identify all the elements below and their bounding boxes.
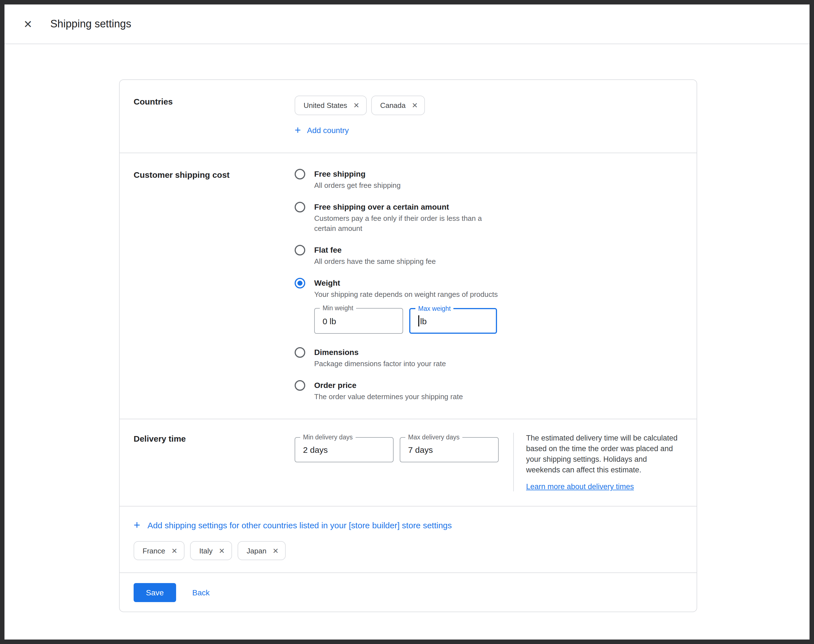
shipping-cost-section: Customer shipping cost Free shipping All… [120,153,697,419]
chip-label: Canada [380,101,406,110]
add-shipping-settings-button[interactable]: + Add shipping settings for other countr… [133,519,452,531]
remove-united-states-icon[interactable]: ✕ [353,101,359,110]
option-title: Free shipping [314,169,400,179]
chip-label: France [143,546,165,555]
radio-icon[interactable] [294,347,305,358]
delivery-time-section: Delivery time Min delivery days 2 days M… [120,419,697,506]
option-description: All orders have the same shipping fee [314,257,436,267]
option-title: Order price [314,380,463,391]
back-button[interactable]: Back [192,588,210,597]
radio-option-flat-fee[interactable]: Flat fee All orders have the same shippi… [294,245,683,267]
actions-bar: Save Back [120,573,697,612]
delivery-note-text: The estimated delivery time will be calc… [526,433,678,475]
radio-option-free-shipping-over-amount[interactable]: Free shipping over a certain amount Cust… [294,202,683,234]
option-description: Customers pay a fee only if their order … [314,213,492,234]
min-weight-field[interactable]: Min weight 0 lb [314,308,403,334]
option-description: The order value determines your shipping… [314,392,463,402]
remove-italy-icon[interactable]: ✕ [219,546,225,555]
country-chip-japan: Japan ✕ [238,541,286,560]
option-description: Package dimensions factor into your rate [314,359,446,369]
country-chip-italy: Italy ✕ [190,541,232,560]
max-delivery-days-value: 7 days [408,445,433,454]
remove-japan-icon[interactable]: ✕ [273,546,279,555]
max-weight-field-label: Max weight [415,305,454,313]
option-description: All orders get free shipping [314,181,400,191]
min-delivery-days-label: Min delivery days [300,434,356,441]
chip-label: Japan [247,546,267,555]
add-country-button[interactable]: + Add country [294,125,349,135]
plus-icon: + [294,125,301,135]
radio-icon[interactable] [294,380,305,391]
weight-fields-row: Min weight 0 lb Max weight lb [314,308,498,334]
remove-france-icon[interactable]: ✕ [171,546,178,555]
radio-option-order-price[interactable]: Order price The order value determines y… [294,380,683,402]
screenshot-stage: ✕ Shipping settings Countries United Sta… [0,0,814,644]
radio-icon[interactable] [294,245,305,256]
delivery-fields-row: Min delivery days 2 days Max delivery da… [294,437,499,462]
add-country-label: Add country [307,126,349,135]
delivery-time-label: Delivery time [133,433,294,491]
radio-option-dimensions[interactable]: Dimensions Package dimensions factor int… [294,347,683,369]
plus-icon: + [133,519,140,531]
option-title: Flat fee [314,245,436,256]
chip-label: Italy [199,546,213,555]
option-title: Free shipping over a certain amount [314,202,492,212]
shipping-cost-label: Customer shipping cost [133,169,294,402]
min-weight-field-value: 0 lb [323,316,336,326]
max-delivery-days-field[interactable]: Max delivery days 7 days [400,437,499,462]
header-bar: ✕ Shipping settings [5,5,809,44]
add-shipping-settings-label: Add shipping settings for other countrie… [147,520,452,530]
learn-more-delivery-link[interactable]: Learn more about delivery times [526,483,634,491]
max-delivery-days-label: Max delivery days [405,434,462,441]
radio-icon[interactable] [294,169,305,179]
text-cursor [418,315,419,327]
min-delivery-days-field[interactable]: Min delivery days 2 days [294,437,394,462]
country-chip-france: France ✕ [133,541,185,560]
option-title: Weight [314,278,498,288]
other-countries-section: + Add shipping settings for other countr… [120,506,697,572]
country-chip-canada: Canada ✕ [371,96,425,115]
shipping-settings-page: ✕ Shipping settings Countries United Sta… [0,0,814,644]
min-delivery-days-value: 2 days [303,445,328,454]
other-country-chip-row: France ✕ Italy ✕ Japan ✕ [133,541,683,560]
save-button[interactable]: Save [133,583,176,602]
settings-card: Countries United States ✕ Canada ✕ + Add… [119,80,697,612]
remove-canada-icon[interactable]: ✕ [412,101,418,110]
country-chip-row: United States ✕ Canada ✕ [294,96,683,115]
close-icon[interactable]: ✕ [21,18,35,31]
page-title: Shipping settings [50,18,131,30]
max-weight-field[interactable]: Max weight lb [409,308,497,334]
radio-icon[interactable] [294,202,305,212]
max-weight-field-value: lb [420,316,426,326]
countries-section: Countries United States ✕ Canada ✕ + Add… [120,80,697,153]
chip-label: United States [304,101,347,110]
radio-option-weight[interactable]: Weight Your shipping rate depends on wei… [294,278,683,336]
min-weight-field-label: Min weight [320,305,356,312]
radio-option-free-shipping[interactable]: Free shipping All orders get free shippi… [294,169,683,191]
countries-label: Countries [133,96,294,136]
radio-icon-selected[interactable] [294,278,305,288]
country-chip-united-states: United States ✕ [294,96,367,115]
delivery-note-panel: The estimated delivery time will be calc… [513,433,678,491]
option-title: Dimensions [314,347,446,358]
option-description: Your shipping rate depends on weight ran… [314,290,498,300]
